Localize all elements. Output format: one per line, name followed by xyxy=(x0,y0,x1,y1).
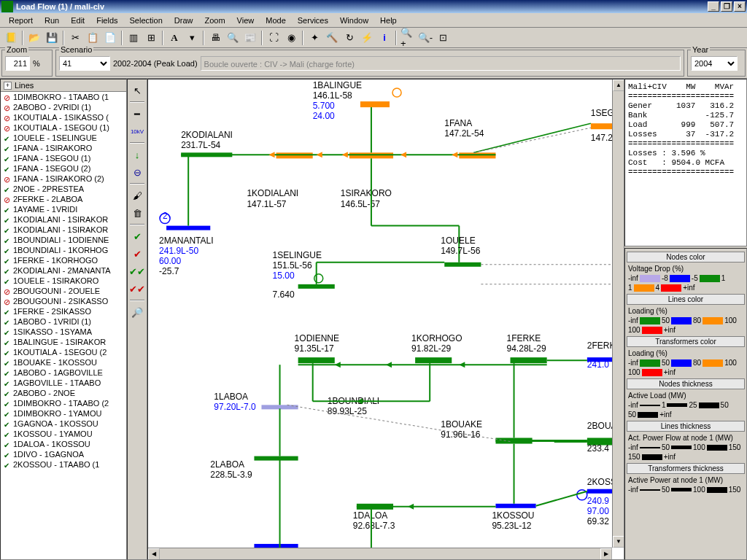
scroll-down-icon[interactable]: ▼ xyxy=(613,536,624,548)
line-item[interactable]: 1DIMBOKRO - 1TAABO (2 xyxy=(1,398,126,408)
book-icon[interactable]: 📒 xyxy=(3,30,19,46)
maximize-button[interactable]: ❐ xyxy=(721,1,732,12)
line-item[interactable]: 1FANA - 1SIRAKORO (2) xyxy=(1,174,126,184)
line-item[interactable]: 2FERKE - 2LABOA xyxy=(1,194,126,204)
line-item[interactable]: 2KOSSOU - 1TAABO (1 xyxy=(1,459,126,470)
line-item[interactable]: 1FANA - 1SEGOU (1) xyxy=(1,153,126,163)
paste-icon[interactable]: 📄 xyxy=(102,30,118,46)
node-icon[interactable]: ◉ xyxy=(283,30,299,46)
zoom-fit-icon[interactable]: ⊡ xyxy=(435,30,451,46)
line-item[interactable]: 1OUELE - 1SIRAKORO xyxy=(1,276,126,286)
columns-icon[interactable]: ▥ xyxy=(125,30,142,46)
zoom-out-icon[interactable]: 🔍- xyxy=(417,30,433,46)
menu-edit[interactable]: Edit xyxy=(65,15,90,26)
trash-icon[interactable]: 🗑 xyxy=(128,205,146,221)
pointer-icon[interactable]: ↖ xyxy=(128,82,146,98)
scenario-select[interactable]: 41 xyxy=(59,56,110,71)
line-item[interactable]: 1DIVO - 1GAGNOA xyxy=(1,449,126,459)
scroll-left-icon[interactable]: ◀ xyxy=(148,548,160,560)
line-item[interactable]: 1ABOBO - 1AGBOVILLE xyxy=(1,368,126,378)
copy-icon[interactable]: 📋 xyxy=(85,30,101,46)
info-icon[interactable]: i xyxy=(376,30,392,46)
zoom-input[interactable] xyxy=(5,56,30,71)
line-item[interactable]: 2KODIALANI - 2MANANTA xyxy=(1,265,126,276)
menu-zoom[interactable]: Zoom xyxy=(198,15,231,26)
line-item[interactable]: 1DIMBOKRO - 1TAABO (1 xyxy=(1,92,126,102)
bus-h-icon[interactable]: ━ xyxy=(128,106,146,122)
line-item[interactable]: 1AGBOVILLE - 1TAABO xyxy=(1,378,126,388)
menu-run[interactable]: Run xyxy=(39,15,65,26)
line-item[interactable]: 1OUELE - 1SELINGUE xyxy=(1,133,126,143)
cut-icon[interactable]: ✂ xyxy=(67,30,83,46)
refresh-icon[interactable]: ↻ xyxy=(341,30,357,46)
zoom-in-icon[interactable]: 🔍+ xyxy=(400,30,416,46)
check2-green-icon[interactable]: ✔✔ xyxy=(128,263,146,279)
minimize-button[interactable]: _ xyxy=(708,1,719,12)
brush-icon[interactable]: 🖌 xyxy=(128,187,146,203)
close-button[interactable]: × xyxy=(734,1,746,12)
line-item[interactable]: 2ABOBO - 2NOE xyxy=(1,388,126,398)
line-item[interactable]: 1ABOBO - 1VRIDI (1) xyxy=(1,316,126,327)
line-item[interactable]: 1FANA - 1SEGOU (2) xyxy=(1,163,126,174)
line-item[interactable]: 2BOUGOUNI - 2OUELE xyxy=(1,286,126,296)
hierarchy-icon[interactable]: ⛶ xyxy=(266,30,282,46)
line-item[interactable]: 2NOE - 2PRESTEA xyxy=(1,184,126,194)
line-item[interactable]: 1BOUNDIALI - 1KORHOG xyxy=(1,245,126,255)
lines-list[interactable]: 1DIMBOKRO - 1TAABO (12ABOBO - 2VRIDI (1)… xyxy=(1,92,126,559)
transformer-icon[interactable]: ⊖ xyxy=(128,164,146,180)
bus-v-icon[interactable]: 10kV xyxy=(128,123,146,139)
check-green-icon[interactable]: ✔ xyxy=(128,228,146,244)
line-item[interactable]: 1SIKASSO - 1SYAMA xyxy=(1,327,126,337)
line-item[interactable]: 1BOUNDIALI - 1ODIENNE xyxy=(1,235,126,245)
line-item[interactable]: 2ABOBO - 2VRIDI (1) xyxy=(1,102,126,112)
save-icon[interactable]: 💾 xyxy=(44,30,60,46)
line-item[interactable]: 1KODIALANI - 1SIRAKOR xyxy=(1,225,126,235)
diagram-canvas[interactable]: 2KODIALANI 231.7L-54 1KODIALANI 147.1L-5… xyxy=(147,79,624,560)
line-item[interactable]: 1BALINGUE - 1SIRAKOR xyxy=(1,337,126,347)
menu-fields[interactable]: Fields xyxy=(90,15,123,26)
line-item[interactable]: 1KOUTIALA - 1SIKASSO ( xyxy=(1,112,126,122)
menu-draw[interactable]: Draw xyxy=(169,15,199,26)
scroll-up-icon[interactable]: ▲ xyxy=(613,79,624,91)
line-item[interactable]: 1FERKE - 2SIKASSO xyxy=(1,306,126,316)
scroll-right-icon[interactable]: ▶ xyxy=(600,548,612,560)
check2-red-icon[interactable]: ✔✔ xyxy=(128,281,146,297)
grid-icon[interactable]: ⊞ xyxy=(143,30,159,46)
line-item[interactable]: 1DALOA - 1KOSSOU xyxy=(1,439,126,449)
menu-help[interactable]: Help xyxy=(374,15,403,26)
line-item[interactable]: 1FERKE - 1KORHOGO xyxy=(1,255,126,265)
line-item[interactable]: 1BOUAKE - 1KOSSOU xyxy=(1,357,126,368)
menu-mode[interactable]: Mode xyxy=(260,15,292,26)
line-item[interactable]: 1KOSSOU - 1YAMOU xyxy=(1,429,126,439)
open-icon[interactable]: 📂 xyxy=(26,30,42,46)
hammer-icon[interactable]: 🔨 xyxy=(324,30,340,46)
line-item[interactable]: 1FANA - 1SIRAKORO xyxy=(1,143,126,153)
line-item[interactable]: 2BOUGOUNI - 2SIKASSO xyxy=(1,296,126,306)
horizontal-scrollbar[interactable]: ◀ ▶ xyxy=(148,548,612,559)
lines-header[interactable]: + Lines xyxy=(1,79,126,92)
expand-icon[interactable]: + xyxy=(4,82,12,90)
vertical-scrollbar[interactable]: ▲ ▼ xyxy=(612,79,624,548)
line-item[interactable]: 1GAGNOA - 1KOSSOU xyxy=(1,419,126,429)
print-icon[interactable]: 🖶 xyxy=(207,30,223,46)
menu-report[interactable]: Report xyxy=(3,15,39,26)
print-preview-icon[interactable]: 🔍 xyxy=(225,30,241,46)
arrow-down-icon[interactable]: ↓ xyxy=(128,147,146,163)
line-item[interactable]: 1DIMBOKRO - 1YAMOU xyxy=(1,408,126,419)
line-item[interactable]: 1AYAME - 1VRIDI xyxy=(1,204,126,214)
bolt-icon[interactable]: ⚡ xyxy=(359,30,375,46)
dropdown-icon[interactable]: ▾ xyxy=(184,30,200,46)
line-item[interactable]: 1KODIALANI - 1SIRAKOR xyxy=(1,214,126,225)
line-item[interactable]: 1KOUTIALA - 1SEGOU (2 xyxy=(1,347,126,357)
line-item[interactable]: 1KOUTIALA - 1SEGOU (1) xyxy=(1,122,126,133)
check-red-icon[interactable]: ✔ xyxy=(128,246,146,262)
menu-selection[interactable]: Selection xyxy=(124,15,169,26)
star-icon[interactable]: ✦ xyxy=(306,30,322,46)
menu-services[interactable]: Services xyxy=(292,15,334,26)
font-icon[interactable]: A xyxy=(166,30,182,46)
page-setup-icon[interactable]: 📰 xyxy=(242,30,258,46)
menu-window[interactable]: Window xyxy=(334,15,374,26)
menu-view[interactable]: View xyxy=(231,15,260,26)
year-select[interactable]: 2004 xyxy=(691,56,738,71)
magnify-icon[interactable]: 🔎 xyxy=(128,304,146,320)
